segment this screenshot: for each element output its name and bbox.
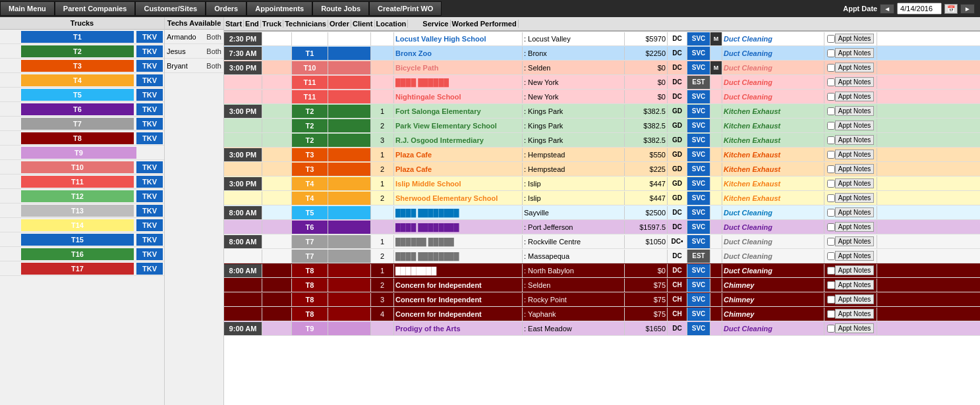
schedule-row[interactable]: T3 2 Plaza Cafe : Hempstead $225 GD SVC … xyxy=(224,162,980,176)
client-cell[interactable]: Park View Elementary School xyxy=(394,119,523,132)
schedule-row[interactable]: 7:30 AM T1 Bronx Zoo : Bronx $2250 DC SV… xyxy=(224,46,980,61)
client-cell[interactable]: ██████ █████ xyxy=(394,235,523,248)
appt-notes-cell[interactable]: Appt Notes xyxy=(824,308,877,321)
appt-notes-checkbox[interactable] xyxy=(827,136,835,144)
next-date-button[interactable]: ► xyxy=(960,4,975,14)
calendar-icon[interactable]: 📅 xyxy=(944,4,958,14)
appt-notes-checkbox[interactable] xyxy=(827,223,835,231)
client-cell[interactable]: Concern for Independent xyxy=(394,293,523,306)
client-cell[interactable]: Prodigy of the Arts xyxy=(394,322,523,335)
appt-notes-cell[interactable]: Appt Notes xyxy=(824,148,877,161)
appt-notes-button[interactable]: Appt Notes xyxy=(835,178,874,188)
truck-row[interactable]: T11 TKV xyxy=(0,175,164,189)
appt-notes-cell[interactable]: Appt Notes xyxy=(824,293,877,306)
appt-notes-button[interactable]: Appt Notes xyxy=(835,34,874,43)
schedule-row[interactable]: T2 2 Park View Elementary School : Kings… xyxy=(224,119,980,133)
schedule-row[interactable]: 3:00 PM T4 1 Islip Middle School : Islip… xyxy=(224,176,980,191)
appt-notes-button[interactable]: Appt Notes xyxy=(835,92,874,101)
appt-notes-cell[interactable]: Appt Notes xyxy=(824,177,877,190)
truck-row[interactable]: T10 TKV xyxy=(0,160,164,175)
appt-notes-cell[interactable]: Appt Notes xyxy=(824,322,877,335)
client-cell[interactable]: Fort Salonga Elementary xyxy=(394,105,523,118)
truck-row[interactable]: T5 TKV xyxy=(0,88,164,102)
route-jobs-button[interactable]: Route Jobs xyxy=(312,1,369,16)
create-print-wo-button[interactable]: Create/Print WO xyxy=(369,1,442,16)
appt-notes-checkbox[interactable] xyxy=(827,165,835,173)
appt-notes-cell[interactable]: Appt Notes xyxy=(824,119,877,132)
client-cell[interactable]: Bronx Zoo xyxy=(394,47,523,60)
appt-notes-button[interactable]: Appt Notes xyxy=(835,149,874,159)
truck-row[interactable]: T8 TKV xyxy=(0,131,164,146)
appt-notes-button[interactable]: Appt Notes xyxy=(835,236,874,246)
appt-notes-button[interactable]: Appt Notes xyxy=(835,77,874,87)
schedule-row[interactable]: 3:00 PM T10 Bicycle Path : Selden $0 DC … xyxy=(224,61,980,75)
appt-notes-cell[interactable]: Appt Notes xyxy=(824,235,877,248)
client-cell[interactable]: R.J. Osgood Intermediary xyxy=(394,134,523,147)
appt-notes-checkbox[interactable] xyxy=(827,122,835,130)
schedule-row[interactable]: T8 2 Concern for Independent : Selden $7… xyxy=(224,278,980,292)
truck-row[interactable]: T3 TKV xyxy=(0,59,164,73)
appt-notes-checkbox[interactable] xyxy=(827,296,835,304)
truck-row[interactable]: T1 TKV xyxy=(0,30,164,44)
appt-notes-cell[interactable]: Appt Notes xyxy=(824,61,877,74)
appt-notes-button[interactable]: Appt Notes xyxy=(835,193,874,203)
client-cell[interactable]: Plaza Cafe xyxy=(394,148,523,161)
client-cell[interactable]: ████████ xyxy=(394,264,523,277)
appt-notes-cell[interactable]: Appt Notes xyxy=(824,206,877,219)
appt-notes-checkbox[interactable] xyxy=(827,194,835,202)
appt-notes-button[interactable]: Appt Notes xyxy=(835,222,874,232)
schedule-row[interactable]: 9:00 AM T9 Prodigy of the Arts : East Me… xyxy=(224,321,980,336)
appt-date-input[interactable] xyxy=(897,3,942,14)
parent-companies-button[interactable]: Parent Companies xyxy=(55,1,136,16)
truck-row[interactable]: T9 xyxy=(0,146,164,160)
appt-notes-checkbox[interactable] xyxy=(827,93,835,101)
appt-notes-cell[interactable]: Appt Notes xyxy=(824,264,877,277)
appt-notes-cell[interactable]: Appt Notes xyxy=(824,192,877,205)
appt-notes-checkbox[interactable] xyxy=(827,325,835,333)
appt-notes-cell[interactable]: Appt Notes xyxy=(824,47,877,60)
appt-notes-button[interactable]: Appt Notes xyxy=(835,63,874,72)
client-cell[interactable]: Plaza Cafe xyxy=(394,163,523,176)
appt-notes-cell[interactable]: Appt Notes xyxy=(824,32,877,45)
appt-notes-checkbox[interactable] xyxy=(827,107,835,115)
client-cell[interactable]: Bicycle Path xyxy=(394,61,523,74)
appt-notes-checkbox[interactable] xyxy=(827,180,835,188)
schedule-row[interactable]: 3:00 PM T3 1 Plaza Cafe : Hempstead $550… xyxy=(224,148,980,162)
client-cell[interactable]: Sherwood Elementary School xyxy=(394,192,523,205)
schedule-row[interactable]: T8 4 Concern for Independent : Yaphank $… xyxy=(224,307,980,321)
schedule-panel[interactable]: Start End Truck Technicians Order Client… xyxy=(224,17,980,405)
appt-notes-button[interactable]: Appt Notes xyxy=(835,135,874,145)
client-cell[interactable]: Locust Valley High School xyxy=(394,32,523,45)
schedule-row[interactable]: T2 3 R.J. Osgood Intermediary : Kings Pa… xyxy=(224,133,980,148)
appt-notes-cell[interactable]: Appt Notes xyxy=(824,250,877,263)
appt-notes-button[interactable]: Appt Notes xyxy=(835,265,874,275)
truck-row[interactable]: T7 TKV xyxy=(0,117,164,131)
customer-sites-button[interactable]: Customer/Sites xyxy=(135,1,206,16)
client-cell[interactable]: ████ ████████ xyxy=(394,221,523,234)
truck-row[interactable]: T6 TKV xyxy=(0,102,164,117)
appt-notes-button[interactable]: Appt Notes xyxy=(835,251,874,261)
schedule-row[interactable]: T11 ████ ██████ : New York $0 DC EST Duc… xyxy=(224,75,980,90)
client-cell[interactable]: ████ ██████ xyxy=(394,76,523,89)
appt-notes-cell[interactable]: Appt Notes xyxy=(824,105,877,118)
appt-notes-cell[interactable]: Appt Notes xyxy=(824,221,877,234)
schedule-row[interactable]: 8:00 AM T5 ████ ████████ Sayville $2500 … xyxy=(224,205,980,220)
client-cell[interactable]: Nightingale School xyxy=(394,90,523,103)
appt-notes-button[interactable]: Appt Notes xyxy=(835,309,874,319)
appt-notes-cell[interactable]: Appt Notes xyxy=(824,134,877,147)
truck-row[interactable]: T2 TKV xyxy=(0,44,164,59)
truck-row[interactable]: T13 TKV xyxy=(0,203,164,218)
client-cell[interactable]: ████ ████████ xyxy=(394,206,523,219)
appt-notes-button[interactable]: Appt Notes xyxy=(835,207,874,217)
appt-notes-checkbox[interactable] xyxy=(827,238,835,246)
orders-button[interactable]: Orders xyxy=(206,1,246,16)
appt-notes-checkbox[interactable] xyxy=(827,49,835,57)
truck-row[interactable]: T12 TKV xyxy=(0,189,164,203)
appt-notes-checkbox[interactable] xyxy=(827,267,835,275)
appt-notes-button[interactable]: Appt Notes xyxy=(835,106,874,116)
truck-row[interactable]: T15 TKV xyxy=(0,232,164,247)
schedule-row[interactable]: T4 2 Sherwood Elementary School : Islip … xyxy=(224,191,980,205)
client-cell[interactable]: Islip Middle School xyxy=(394,177,523,190)
schedule-row[interactable]: 8:00 AM T7 1 ██████ █████ : Rockville Ce… xyxy=(224,234,980,249)
truck-row[interactable]: T14 TKV xyxy=(0,218,164,232)
